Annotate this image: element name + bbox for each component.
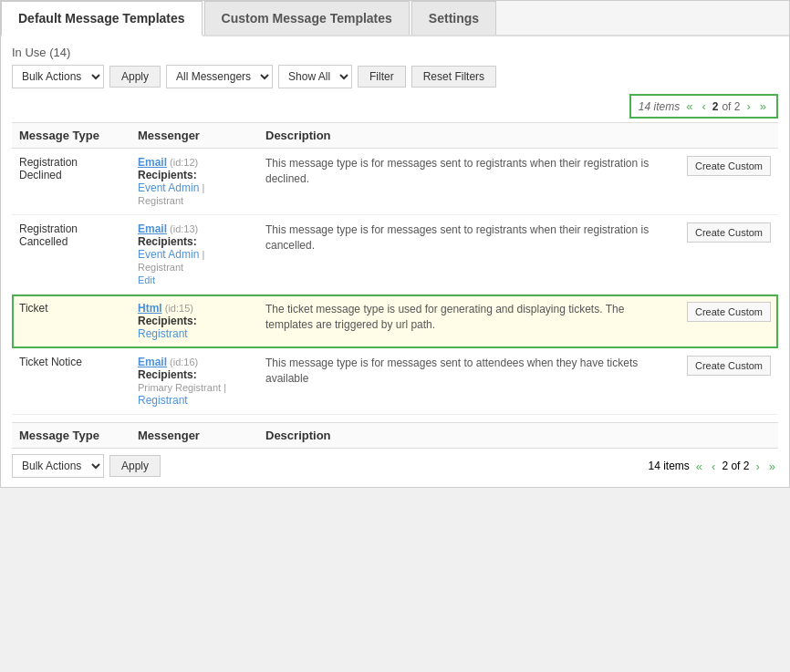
- cell-message-type: Ticket Notice: [12, 348, 130, 415]
- recipients-label: Recipients:: [138, 368, 197, 381]
- cell-messenger: Email (id:13)Recipients:Event Admin | Re…: [130, 215, 258, 295]
- message-type-text: Ticket Notice: [19, 356, 82, 368]
- bottom-col-description: Description: [258, 423, 687, 449]
- cell-description: This message type is for messages sent t…: [258, 149, 680, 215]
- next-page-button[interactable]: ›: [743, 99, 753, 113]
- recipient-link[interactable]: Event Admin: [138, 181, 199, 194]
- tab-settings[interactable]: Settings: [411, 1, 496, 35]
- bottom-next-page-button[interactable]: ›: [753, 460, 762, 473]
- cell-messenger: Email (id:16)Recipients:Primary Registra…: [130, 348, 258, 415]
- messenger-type-link[interactable]: Html: [138, 302, 162, 315]
- cell-description: This message type is for messages sent t…: [258, 348, 680, 415]
- messenger-type-link[interactable]: Email: [138, 156, 167, 169]
- description-text: This message type is for messages sent t…: [265, 157, 649, 185]
- apply-button[interactable]: Apply: [109, 66, 161, 88]
- description-text: This message type is for messages sent t…: [265, 357, 638, 385]
- recipient-link[interactable]: Event Admin: [138, 248, 199, 261]
- bottom-last-page-button[interactable]: »: [766, 460, 778, 473]
- pagination-box: 14 items « ‹ 2 of 2 › »: [629, 94, 778, 119]
- cell-description: The ticket message type is used for gene…: [258, 295, 680, 348]
- description-text: The ticket message type is used for gene…: [265, 303, 624, 331]
- recipients-label: Recipients:: [138, 169, 197, 181]
- messenger-id: (id:13): [167, 223, 198, 234]
- col-action: [680, 123, 778, 149]
- prev-page-button[interactable]: ‹: [699, 99, 708, 113]
- cell-action: Create Custom: [680, 348, 778, 415]
- recipient-text: |: [199, 182, 204, 193]
- bottom-items-count: 14 items: [648, 460, 689, 472]
- reset-filters-button[interactable]: Reset Filters: [411, 66, 496, 88]
- bottom-bulk-actions-select[interactable]: Bulk Actions: [12, 454, 104, 478]
- pagination-row: 14 items « ‹ 2 of 2 › »: [12, 94, 778, 119]
- table-row: TicketHtml (id:15)Recipients:RegistrantT…: [12, 295, 778, 348]
- recipient-text: |: [199, 249, 204, 260]
- create-custom-button[interactable]: Create Custom: [687, 156, 771, 176]
- recipient-text: Registrant: [138, 195, 183, 206]
- table-row: RegistrationDeclinedEmail (id:12)Recipie…: [12, 149, 778, 215]
- col-message-type: Message Type: [12, 123, 130, 149]
- recipients-label: Recipients:: [138, 315, 197, 327]
- recipient-text: Primary Registrant: [138, 382, 221, 393]
- recipient-link[interactable]: Registrant: [138, 327, 188, 340]
- toolbar-left: Bulk Actions Apply All Messengers Show A…: [12, 65, 496, 88]
- recipient-link[interactable]: Registrant: [138, 394, 188, 407]
- message-type-text: Ticket: [19, 302, 48, 315]
- all-messengers-select[interactable]: All Messengers: [166, 65, 273, 88]
- cell-messenger: Email (id:12)Recipients:Event Admin | Re…: [130, 149, 258, 215]
- message-type-text: RegistrationCancelled: [19, 222, 78, 248]
- create-custom-button[interactable]: Create Custom: [687, 222, 771, 243]
- bottom-first-page-button[interactable]: «: [693, 460, 705, 473]
- template-table: Message Type Messenger Description Regis…: [12, 122, 778, 415]
- recipient-text: |: [221, 382, 226, 393]
- cell-message-type: Ticket: [12, 295, 130, 348]
- cell-message-type: RegistrationCancelled: [12, 215, 130, 295]
- edit-link[interactable]: Edit: [138, 274, 155, 285]
- items-count: 14 items: [639, 100, 680, 113]
- tab-default[interactable]: Default Message Templates: [1, 1, 203, 36]
- bottom-col-messenger: Messenger: [130, 423, 258, 449]
- cell-action: Create Custom: [680, 149, 778, 215]
- message-type-text: RegistrationDeclined: [19, 156, 78, 181]
- bottom-apply-button[interactable]: Apply: [109, 455, 161, 477]
- cell-message-type: RegistrationDeclined: [12, 149, 130, 215]
- col-description: Description: [258, 123, 680, 149]
- show-all-select[interactable]: Show All: [278, 65, 352, 88]
- current-page: 2: [712, 100, 719, 113]
- last-page-button[interactable]: »: [757, 99, 769, 113]
- tab-custom[interactable]: Custom Message Templates: [204, 1, 410, 35]
- recipients-label: Recipients:: [138, 235, 197, 248]
- messenger-id: (id:16): [167, 357, 198, 367]
- messenger-type-link[interactable]: Email: [138, 356, 167, 368]
- page-of: of 2: [722, 100, 740, 113]
- bottom-prev-page-button[interactable]: ‹: [709, 460, 718, 473]
- description-text: This message type is for messages sent t…: [265, 223, 649, 252]
- table-row: Ticket NoticeEmail (id:16)Recipients:Pri…: [12, 348, 778, 415]
- filter-button[interactable]: Filter: [358, 66, 406, 88]
- cell-action: Create Custom: [680, 215, 778, 295]
- in-use-label: In Use (14): [12, 46, 778, 59]
- page-wrapper: Default Message Templates Custom Message…: [0, 0, 790, 488]
- bulk-actions-select[interactable]: Bulk Actions: [12, 65, 104, 88]
- col-messenger: Messenger: [130, 123, 258, 149]
- create-custom-button[interactable]: Create Custom: [687, 356, 771, 376]
- table-row: RegistrationCancelledEmail (id:13)Recipi…: [12, 215, 778, 295]
- toolbar: Bulk Actions Apply All Messengers Show A…: [12, 65, 778, 88]
- bottom-col-message-type: Message Type: [12, 423, 130, 449]
- first-page-button[interactable]: «: [683, 99, 695, 113]
- create-custom-button[interactable]: Create Custom: [687, 302, 771, 322]
- bottom-header-table: Message Type Messenger Description: [12, 422, 778, 449]
- cell-action: Create Custom: [680, 295, 778, 348]
- tabs-bar: Default Message Templates Custom Message…: [1, 1, 789, 36]
- bottom-col-action: [687, 423, 778, 449]
- content-area: In Use (14) Bulk Actions Apply All Messe…: [1, 36, 789, 487]
- recipient-text: Registrant: [138, 262, 183, 273]
- bottom-current-page: 2 of 2: [722, 460, 749, 472]
- messenger-id: (id:15): [162, 303, 193, 314]
- messenger-type-link[interactable]: Email: [138, 222, 167, 235]
- cell-messenger: Html (id:15)Recipients:Registrant: [130, 295, 258, 348]
- cell-description: This message type is for messages sent t…: [258, 215, 680, 295]
- bottom-pagination: 14 items « ‹ 2 of 2 › »: [648, 460, 778, 473]
- messenger-id: (id:12): [167, 157, 198, 168]
- bottom-toolbar: Bulk Actions Apply 14 items « ‹ 2 of 2 ›…: [12, 454, 778, 478]
